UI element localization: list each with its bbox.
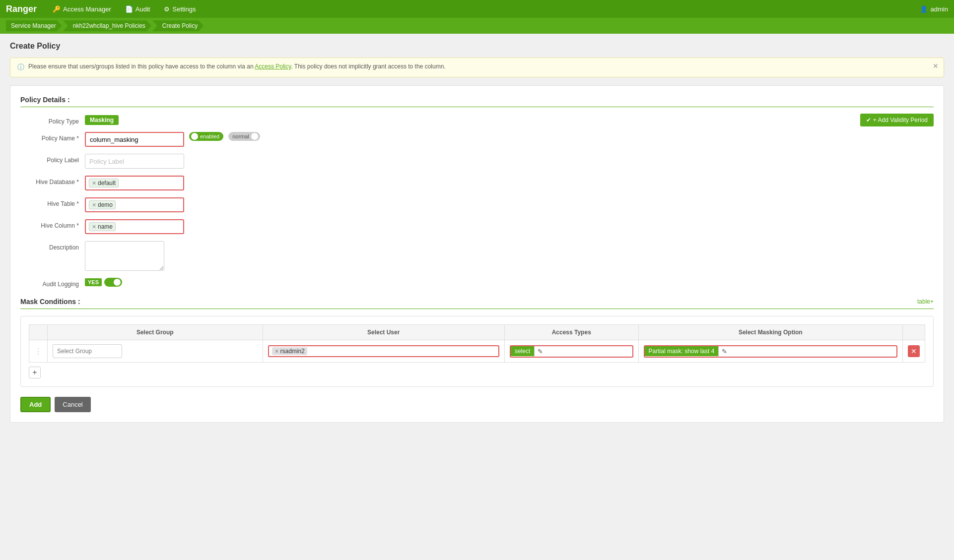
access-type-box[interactable]: select ✎ (510, 345, 633, 358)
hive-database-label: Hive Database * (20, 176, 85, 186)
policy-label-input[interactable] (85, 154, 184, 169)
masking-option-edit-button[interactable]: ✎ (718, 346, 730, 357)
hive-database-remove[interactable]: ✕ (92, 180, 96, 187)
audit-logging-label: Audit Logging (20, 278, 85, 288)
audit-logging-row: Audit Logging YES (20, 278, 934, 288)
access-policy-link[interactable]: Access Policy (255, 63, 291, 70)
delete-cell: ✕ (903, 340, 925, 363)
top-navigation: Ranger 🔑 Access Manager 📄 Audit ⚙ Settin… (0, 0, 954, 18)
hive-column-input[interactable]: ✕ name (85, 219, 184, 234)
info-icon: ⓘ (17, 63, 24, 72)
hive-column-row: Hive Column * ✕ name (20, 219, 934, 234)
table-header-row: Select Group Select User Access Types Se… (29, 325, 925, 340)
hive-database-tag: ✕ default (89, 179, 119, 187)
policy-name-row: Policy Name * enabled normal (20, 132, 934, 147)
description-row: Description (20, 241, 934, 271)
policy-type-badge: Masking (85, 115, 119, 125)
policy-label-label: Policy Label (20, 154, 85, 164)
plus-icon: ✔ (866, 117, 871, 124)
file-icon: 📄 (125, 5, 133, 13)
select-user-cell: ✕ rsadmin2 (263, 340, 504, 363)
select-user-header: Select User (263, 325, 504, 340)
delete-row-button[interactable]: ✕ (908, 345, 920, 357)
policy-name-label: Policy Name * (20, 132, 85, 142)
access-type-edit-button[interactable]: ✎ (534, 346, 546, 357)
cancel-button[interactable]: Cancel (55, 397, 90, 412)
hive-database-row: Hive Database * ✕ default (20, 176, 934, 190)
select-group-cell (48, 340, 263, 363)
hive-table-label: Hive Table * (20, 197, 85, 207)
bottom-actions: Add Cancel (20, 397, 934, 412)
normal-toggle[interactable]: normal (228, 132, 260, 141)
user-tag: ✕ rsadmin2 (272, 347, 307, 355)
conditions-box: Select Group Select User Access Types Se… (20, 316, 934, 387)
breadcrumb-policies[interactable]: nkh22whcllap_hive Policies (63, 20, 151, 31)
hive-table-remove[interactable]: ✕ (92, 202, 96, 208)
nav-settings[interactable]: ⚙ Settings (158, 3, 202, 15)
form-card: Policy Details : Policy Type Masking ✔ +… (10, 85, 944, 423)
hive-column-remove[interactable]: ✕ (92, 224, 96, 230)
select-user-input[interactable]: ✕ rsadmin2 (268, 345, 499, 357)
breadcrumb: Service Manager nkh22whcllap_hive Polici… (0, 18, 954, 34)
delete-col-header (903, 325, 925, 340)
mask-conditions-title: Mask Conditions : (20, 298, 80, 306)
drag-handle-cell: ⋮ (29, 340, 48, 363)
drag-handle-icon[interactable]: ⋮ (34, 347, 42, 356)
masking-option-tag: Partial mask: show last 4 (645, 346, 719, 356)
hive-table-tag: ✕ demo (89, 200, 116, 209)
enabled-toggle[interactable]: enabled (189, 132, 223, 141)
page-content: Create Policy ⓘ Please ensure that users… (0, 34, 954, 431)
policy-details-title: Policy Details : (20, 96, 934, 107)
breadcrumb-create-policy[interactable]: Create Policy (152, 20, 204, 31)
policy-label-row: Policy Label (20, 154, 934, 169)
audit-logging-toggle[interactable]: YES (85, 278, 122, 287)
policy-name-input[interactable] (85, 132, 184, 147)
access-type-tag: select (511, 346, 534, 356)
hive-column-label: Hive Column * (20, 219, 85, 229)
add-validity-button[interactable]: ✔ + Add Validity Period (860, 114, 934, 126)
description-label: Description (20, 241, 85, 251)
user-icon: 👤 (920, 5, 928, 13)
table-link[interactable]: table+ (917, 298, 934, 305)
policy-type-row: Policy Type Masking ✔ + Add Validity Per… (20, 115, 934, 125)
mask-conditions-header: Mask Conditions : table+ (20, 298, 934, 309)
gear-icon: ⚙ (164, 5, 170, 13)
policy-type-label: Policy Type (20, 115, 85, 125)
close-alert-button[interactable]: ✕ (933, 62, 939, 70)
add-row-button[interactable]: + (29, 367, 41, 378)
conditions-table: Select Group Select User Access Types Se… (29, 324, 925, 363)
masking-option-cell: Partial mask: show last 4 ✎ (638, 340, 902, 363)
hive-column-tag: ✕ name (89, 222, 116, 231)
user-menu[interactable]: 👤 admin (920, 5, 948, 13)
add-button[interactable]: Add (20, 397, 51, 412)
hive-table-input[interactable]: ✕ demo (85, 197, 184, 212)
access-types-header: Access Types (504, 325, 638, 340)
alert-banner: ⓘ Please ensure that users/groups listed… (10, 58, 944, 77)
nav-audit[interactable]: 📄 Audit (119, 3, 156, 15)
brand-logo: Ranger (6, 4, 37, 14)
alert-text: Please ensure that users/groups listed i… (28, 63, 446, 70)
hive-database-input[interactable]: ✕ default (85, 176, 184, 190)
nav-items: 🔑 Access Manager 📄 Audit ⚙ Settings (47, 3, 920, 15)
user-tag-remove[interactable]: ✕ (274, 348, 279, 355)
nav-access-manager[interactable]: 🔑 Access Manager (47, 3, 117, 15)
select-group-input[interactable] (53, 344, 122, 358)
mask-conditions-section: Mask Conditions : table+ Select Group Se… (20, 298, 934, 387)
page-title: Create Policy (10, 42, 944, 51)
select-group-header: Select Group (48, 325, 263, 340)
breadcrumb-service-manager[interactable]: Service Manager (6, 20, 62, 31)
drag-col-header (29, 325, 48, 340)
table-row: ⋮ ✕ rsadmin2 (29, 340, 925, 363)
hive-table-row: Hive Table * ✕ demo (20, 197, 934, 212)
select-masking-header: Select Masking Option (638, 325, 902, 340)
key-icon: 🔑 (53, 5, 61, 13)
description-input[interactable] (85, 241, 164, 271)
masking-option-box[interactable]: Partial mask: show last 4 ✎ (644, 345, 897, 358)
access-type-cell: select ✎ (504, 340, 638, 363)
